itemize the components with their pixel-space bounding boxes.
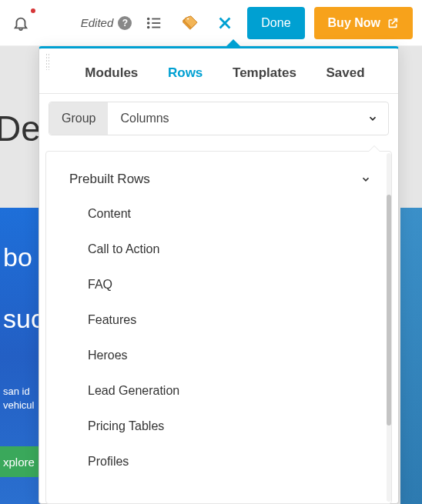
notifications-area: [8, 10, 34, 36]
top-toolbar: Edited ? Done Buy Now: [0, 0, 422, 46]
content-panel: Modules Rows Templates Saved Group Colum…: [39, 46, 399, 504]
section-prebuilt-rows[interactable]: Prebuilt Rows: [69, 167, 371, 196]
subtabs-bar: Group Columns: [49, 102, 389, 135]
tab-templates[interactable]: Templates: [229, 64, 300, 82]
close-panel-button[interactable]: [212, 10, 238, 36]
chevron-down-icon: [367, 113, 378, 124]
section-title: Prebuilt Rows: [69, 172, 150, 187]
tab-rows[interactable]: Rows: [165, 64, 206, 82]
pricetag-button[interactable]: [176, 10, 203, 36]
row-item-pricing-tables[interactable]: Pricing Tables: [88, 409, 371, 444]
row-item-content[interactable]: Content: [88, 196, 371, 232]
panel-arrow-icon: [224, 39, 243, 48]
list-tree-icon: [146, 15, 162, 32]
svg-point-5: [148, 26, 149, 28]
close-icon: [216, 15, 233, 32]
hero-section: bo suc san id vehicul xplore: [0, 208, 43, 504]
pricetags-icon: [181, 15, 198, 32]
external-link-icon: [387, 17, 399, 29]
buy-now-label: Buy Now: [328, 16, 380, 30]
hero-text-1: bo: [3, 242, 32, 272]
row-item-profiles[interactable]: Profiles: [88, 444, 371, 479]
tab-modules[interactable]: Modules: [82, 64, 141, 82]
row-item-features[interactable]: Features: [88, 302, 371, 338]
subtab-group[interactable]: Group: [49, 102, 108, 135]
row-item-heroes[interactable]: Heroes: [88, 338, 371, 373]
drag-handle-icon[interactable]: [45, 53, 50, 70]
chevron-down-icon: [360, 174, 371, 185]
row-item-call-to-action[interactable]: Call to Action: [88, 232, 371, 267]
hero-text-2: suc: [3, 304, 44, 334]
rows-list-scroll[interactable]: Prebuilt Rows Content Call to Action FAQ…: [46, 167, 387, 503]
done-button-label: Done: [261, 16, 290, 30]
prebuilt-rows-list: Content Call to Action FAQ Features Hero…: [69, 196, 371, 479]
subtabs: Group Columns: [49, 102, 357, 135]
explore-button[interactable]: xplore: [0, 446, 43, 477]
outline-view-button[interactable]: [141, 10, 167, 36]
buy-now-button[interactable]: Buy Now: [314, 7, 413, 39]
svg-point-6: [187, 18, 189, 19]
notification-dot-icon: [31, 8, 35, 13]
hero-paragraph: san id vehicul: [3, 385, 43, 412]
svg-point-3: [148, 18, 149, 19]
edited-label: Edited: [81, 16, 114, 29]
done-button[interactable]: Done: [247, 7, 304, 39]
notifications-bell-button[interactable]: [8, 10, 34, 36]
panel-tabs: Modules Rows Templates Saved: [39, 48, 398, 94]
body-arrow-icon: [368, 145, 380, 152]
help-icon[interactable]: ?: [118, 16, 132, 30]
panel-body: Prebuilt Rows Content Call to Action FAQ…: [45, 151, 392, 504]
subtabs-dropdown-toggle[interactable]: [357, 113, 388, 124]
subtab-columns[interactable]: Columns: [108, 102, 181, 135]
explore-label: xplore: [3, 456, 35, 469]
hero-right-image: [400, 208, 422, 504]
scrollbar-thumb[interactable]: [387, 195, 391, 426]
tab-saved[interactable]: Saved: [323, 64, 368, 82]
edited-status: Edited ?: [81, 16, 132, 30]
bell-icon: [12, 15, 29, 32]
row-item-faq[interactable]: FAQ: [88, 267, 371, 302]
svg-point-4: [148, 22, 149, 24]
row-item-lead-generation[interactable]: Lead Generation: [88, 373, 371, 409]
